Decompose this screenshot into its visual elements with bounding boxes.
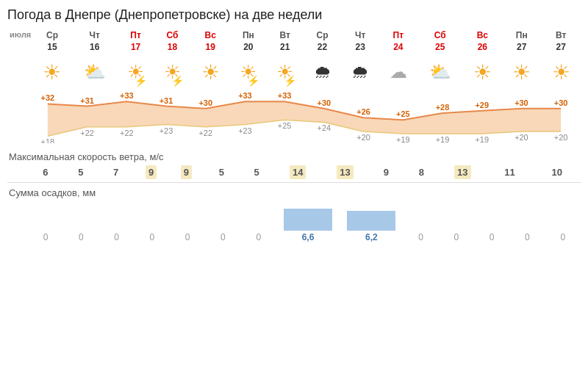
precip-bar-0 [28, 201, 63, 231]
precip-val-12: 0 [509, 231, 545, 244]
day-name-12: Пн [502, 29, 541, 40]
day-name-9: Пт [379, 29, 417, 40]
weather-icon-9: ☁ [379, 54, 417, 90]
svg-text:+23: +23 [238, 126, 252, 135]
svg-text:+19: +19 [475, 135, 489, 143]
wind-cell-4: 9 [169, 165, 204, 179]
wind-cell-5: 5 [204, 165, 239, 179]
svg-text:+26: +26 [356, 107, 370, 116]
day-name-8: Чт [341, 29, 379, 40]
svg-text:+28: +28 [436, 103, 450, 112]
day-name-6: Вт [267, 29, 304, 40]
day-name-5: Пн [230, 29, 267, 40]
svg-text:+31: +31 [80, 96, 94, 104]
svg-text:+33: +33 [120, 92, 134, 100]
svg-text:+20: +20 [356, 133, 370, 142]
svg-text:+25: +25 [396, 109, 410, 118]
precip-label: Сумма осадков, мм [7, 187, 581, 198]
day-date-11: 26 [463, 40, 502, 54]
weather-icon-12: ☀ [502, 54, 541, 90]
precip-val-7: 6,6 [276, 231, 340, 244]
precip-bar-7 [276, 201, 340, 231]
day-date-5: 20 [230, 40, 267, 54]
precip-bar-6 [241, 201, 276, 231]
svg-text:+19: +19 [436, 135, 450, 143]
svg-text:+18: +18 [41, 137, 55, 143]
day-name-13: Вт [541, 29, 581, 40]
precip-bar-1 [63, 201, 98, 231]
precip-val-13: 0 [545, 231, 581, 244]
precip-bar-12 [509, 201, 545, 231]
precip-val-9: 0 [404, 231, 439, 244]
wind-cell-2: 7 [98, 165, 134, 179]
svg-text:+25: +25 [278, 121, 292, 130]
precip-bar-5 [205, 201, 240, 231]
day-name-1: Чт [72, 29, 118, 40]
precip-bar-13 [545, 201, 581, 231]
wind-table: 6579955141398131110 [7, 165, 581, 179]
weather-icon-10: ⛅ [417, 54, 463, 90]
weather-icon-8: 🌧 [341, 54, 379, 90]
svg-text:+22: +22 [198, 129, 212, 137]
precip-val-8: 6,2 [340, 231, 403, 244]
wind-cell-0: 6 [28, 165, 63, 179]
precip-bar-9 [404, 201, 439, 231]
day-date-2: 17 [118, 40, 154, 54]
weather-icon-3: ☀⚡ [154, 54, 191, 90]
weather-icon-1: ⛅ [72, 54, 118, 90]
svg-text:+30: +30 [198, 98, 212, 107]
wind-cell-6: 5 [239, 165, 274, 179]
day-date-13: 27 [541, 40, 581, 54]
svg-text:+24: +24 [318, 123, 331, 132]
precip-val-5: 0 [205, 231, 240, 244]
day-date-8: 23 [341, 40, 379, 54]
weather-icon-4: ☀ [191, 54, 230, 90]
precip-table: 00000006,66,200000 [7, 201, 581, 244]
wind-cell-11: 13 [439, 165, 486, 179]
precip-bar-2 [99, 201, 135, 231]
precip-val-6: 0 [241, 231, 276, 244]
wind-cell-7: 14 [274, 165, 321, 179]
wind-cell-10: 8 [404, 165, 439, 179]
svg-text:+33: +33 [278, 92, 292, 100]
wind-cell-3: 9 [134, 165, 169, 179]
day-date-0: 15 [32, 40, 71, 54]
precip-bar-3 [135, 201, 170, 231]
weather-icon-13: ☀ [541, 54, 581, 90]
day-date-3: 18 [154, 40, 191, 54]
precip-bar-11 [474, 201, 509, 231]
day-date-7: 22 [304, 40, 342, 54]
wind-label: Максимальная скорость ветра, м/с [7, 151, 581, 162]
svg-text:+31: +31 [159, 96, 173, 104]
svg-text:+22: +22 [80, 129, 94, 137]
svg-text:+32: +32 [41, 93, 55, 102]
svg-text:+30: +30 [514, 98, 528, 107]
precip-val-0: 0 [28, 231, 63, 244]
day-name-0: Ср [32, 29, 71, 40]
day-date-1: 16 [72, 40, 118, 54]
day-name-7: Ср [304, 29, 342, 40]
svg-text:+30: +30 [554, 98, 568, 107]
svg-text:+23: +23 [159, 126, 173, 135]
precip-bar-8 [340, 201, 403, 231]
day-date-4: 19 [191, 40, 230, 54]
precip-val-10: 0 [439, 231, 474, 244]
day-name-10: Сб [417, 29, 463, 40]
day-name-4: Вс [191, 29, 230, 40]
precip-bar-10 [439, 201, 474, 231]
svg-text:+20: +20 [514, 133, 528, 142]
day-date-12: 27 [502, 40, 541, 54]
wind-cell-8: 13 [321, 165, 368, 179]
svg-text:+29: +29 [475, 101, 489, 109]
precip-val-11: 0 [474, 231, 509, 244]
precip-bar-4 [170, 201, 205, 231]
wind-cell-9: 9 [369, 165, 404, 179]
day-name-11: Вс [463, 29, 502, 40]
precip-val-1: 0 [63, 231, 98, 244]
wind-cell-1: 5 [63, 165, 98, 179]
wind-cell-13: 10 [534, 165, 581, 179]
svg-text:+22: +22 [120, 129, 134, 137]
svg-text:+33: +33 [238, 92, 252, 100]
weather-icon-7: 🌧 [304, 54, 342, 90]
day-date-9: 24 [379, 40, 417, 54]
